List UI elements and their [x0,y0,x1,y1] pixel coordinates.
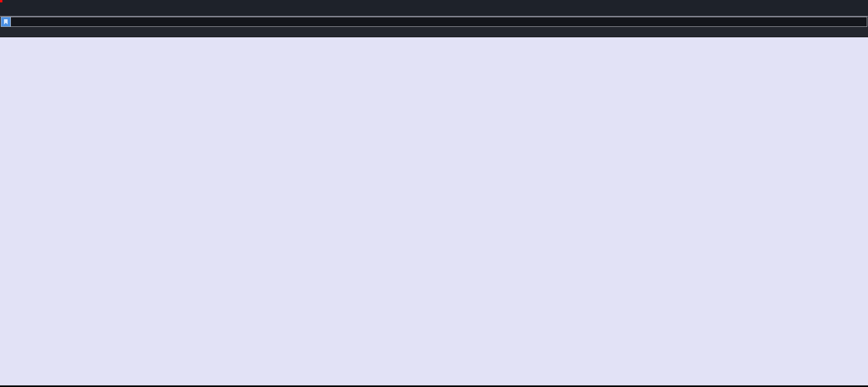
window-bottom-edge [0,385,868,387]
packet-list-header [0,27,868,37]
wireshark-window [0,0,868,387]
packet-list [0,37,868,387]
filter-bookmark-icon[interactable] [1,17,11,26]
main-toolbar [0,0,868,16]
display-filter-bar [0,16,868,27]
display-filter-input[interactable] [1,17,867,27]
